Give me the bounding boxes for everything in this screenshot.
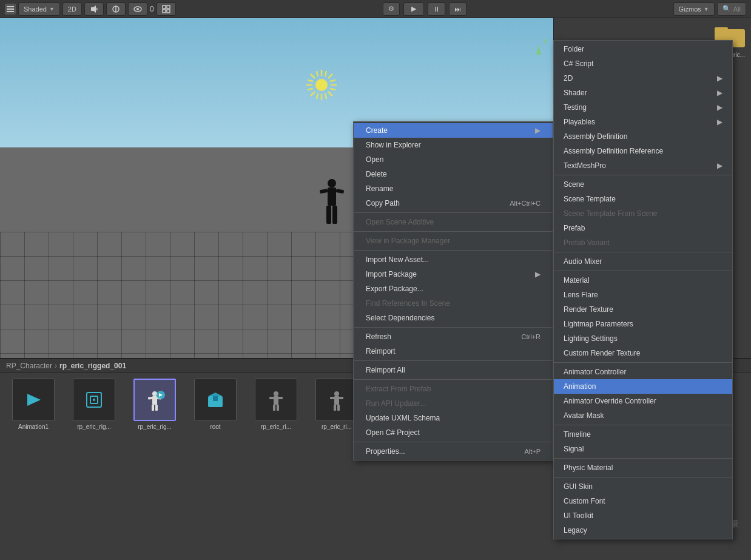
svg-rect-60: [334, 396, 339, 405]
ctx-r-legacy[interactable]: Legacy: [554, 523, 732, 538]
svg-rect-1: [7, 8, 14, 10]
breadcrumb-root[interactable]: RP_Character: [6, 362, 52, 370]
ctx-r-prefab[interactable]: Prefab: [554, 221, 732, 235]
svg-line-27: [317, 93, 318, 99]
search-bar[interactable]: 🔍 All: [717, 2, 746, 16]
asset-item-prefab1[interactable]: rp_eric_rig...: [67, 379, 121, 430]
asset-item-char1[interactable]: rp_eric_ri...: [249, 379, 303, 430]
svg-rect-31: [320, 189, 328, 194]
main-toolbar: Shaded ▼ 2D 0 ⚙ ▶ ⏸ ⏭ Gizmos ▼ 🔍 All: [0, 0, 751, 18]
ctx-r-lens-flare[interactable]: Lens Flare: [554, 288, 732, 302]
ctx-create[interactable]: Create ▶: [354, 123, 553, 138]
hidden-objects-toggle[interactable]: [128, 2, 147, 16]
2d-mode-button[interactable]: 2D: [62, 2, 82, 16]
svg-rect-2: [7, 11, 14, 12]
asset-item-root[interactable]: root: [188, 379, 243, 430]
ctx-copy-path[interactable]: Copy Path Alt+Ctrl+C: [354, 196, 553, 211]
ctx-r-assembly-def-ref[interactable]: Assembly Definition Reference: [554, 144, 732, 158]
ctx-r-textmeshpro[interactable]: TextMeshPro ▶: [554, 158, 732, 173]
sun-icon: [303, 67, 340, 103]
svg-rect-55: [269, 397, 274, 399]
ctx-reimport[interactable]: Reimport: [354, 344, 553, 359]
ctx-rename[interactable]: Rename: [354, 181, 553, 196]
shader-arrow-icon: ▶: [717, 89, 722, 97]
svg-rect-0: [7, 6, 14, 7]
audio-toggle[interactable]: [84, 2, 104, 16]
gizmos-dropdown[interactable]: Gizmos ▼: [673, 2, 715, 16]
asset-item-animation1[interactable]: Animation1: [6, 379, 61, 430]
play-button[interactable]: ▶: [403, 2, 424, 16]
right-tools: Gizmos ▼ 🔍 All: [673, 2, 746, 16]
ctx-refresh[interactable]: Refresh Ctrl+R: [354, 329, 553, 344]
hamburger-menu[interactable]: [5, 4, 16, 15]
ctx-r-testing[interactable]: Testing ▶: [554, 100, 732, 115]
ctx-open-scene-additive: Open Scene Additive: [354, 215, 553, 229]
svg-point-7: [136, 8, 139, 10]
ctx-r-animation[interactable]: Animation: [554, 379, 732, 394]
ctx-r-shader[interactable]: Shader ▶: [554, 86, 732, 100]
ctx-r-assembly-def[interactable]: Assembly Definition: [554, 129, 732, 144]
svg-marker-3: [91, 5, 96, 13]
grid-toggle[interactable]: [157, 2, 176, 16]
svg-marker-51: [208, 393, 223, 396]
context-menu-left: Create ▶ Show in Explorer Open Delete Re…: [353, 121, 553, 460]
svg-line-21: [317, 71, 318, 76]
svg-point-12: [315, 79, 328, 91]
ctx-reimport-all[interactable]: Reimport All: [354, 363, 553, 377]
ctx-r-avatar-mask[interactable]: Avatar Mask: [554, 408, 732, 423]
pause-button[interactable]: ⏸: [428, 2, 445, 16]
ctx-r-2d[interactable]: 2D ▶: [554, 71, 732, 86]
asset-item-fbx-selected[interactable]: rp_eric_rig...: [127, 379, 182, 430]
gizmos-arrow-icon: ▼: [704, 6, 709, 12]
svg-rect-57: [273, 405, 275, 411]
ctx-r-folder[interactable]: Folder: [554, 42, 732, 56]
character-silhouette: [317, 178, 347, 239]
ctx-r-gui-skin[interactable]: GUI Skin: [554, 479, 732, 494]
svg-rect-11: [167, 10, 170, 13]
ctx-r-timeline[interactable]: Timeline: [554, 427, 732, 442]
ctx-run-api-updater: Run API Updater...: [354, 396, 553, 411]
ctx-properties[interactable]: Properties... Alt+P: [354, 444, 553, 459]
ctx-r-ui-toolkit[interactable]: UI Toolkit: [554, 508, 732, 523]
ctx-r-custom-font[interactable]: Custom Font: [554, 494, 732, 508]
ctx-open[interactable]: Open: [354, 152, 553, 167]
ctx-r-animator-controller[interactable]: Animator Controller: [554, 365, 732, 379]
ctx-sep-7: [354, 442, 553, 442]
ctx-open-csharp[interactable]: Open C# Project: [354, 425, 553, 440]
ctx-r-sep-2: [554, 252, 732, 252]
ctx-r-lightmap-params[interactable]: Lightmap Parameters: [554, 317, 732, 331]
effects-toggle[interactable]: [106, 2, 126, 16]
ctx-r-csharp[interactable]: C# Script: [554, 56, 732, 71]
svg-line-28: [325, 93, 326, 99]
ctx-r-material[interactable]: Material: [554, 273, 732, 288]
ctx-export-package[interactable]: Export Package...: [354, 282, 553, 296]
tools-icon-btn[interactable]: ⚙: [383, 2, 400, 16]
svg-line-25: [330, 80, 335, 81]
svg-rect-64: [337, 405, 340, 411]
svg-rect-30: [328, 187, 336, 206]
ctx-r-render-texture[interactable]: Render Texture: [554, 302, 732, 317]
step-button[interactable]: ⏭: [449, 2, 466, 16]
ctx-r-lighting-settings[interactable]: Lighting Settings: [554, 331, 732, 346]
ctx-r-animator-override[interactable]: Animator Override Controller: [554, 394, 732, 408]
svg-line-22: [325, 71, 326, 76]
ctx-r-audio-mixer[interactable]: Audio Mixer: [554, 254, 732, 269]
ctx-r-scene[interactable]: Scene: [554, 177, 732, 192]
ctx-select-dependencies[interactable]: Select Dependencies: [354, 311, 553, 325]
ctx-delete[interactable]: Delete: [354, 167, 553, 181]
ctx-r-playables[interactable]: Playables ▶: [554, 115, 732, 129]
ctx-import-package[interactable]: Import Package ▶: [354, 267, 553, 282]
ctx-r-scene-template[interactable]: Scene Template: [554, 192, 732, 206]
asset-label: rp_eric_rig...: [138, 423, 172, 430]
asset-label: rp_eric_rig...: [77, 423, 111, 430]
ctx-update-uxml[interactable]: Update UXML Schema: [354, 411, 553, 425]
2d-arrow-icon: ▶: [717, 74, 722, 83]
ctx-import-new-asset[interactable]: Import New Asset...: [354, 252, 553, 267]
ctx-view-package-manager: View in Package Manager: [354, 234, 553, 248]
shading-mode-dropdown[interactable]: Shaded ▼: [18, 2, 60, 16]
svg-line-19: [328, 74, 332, 78]
ctx-r-custom-render-texture[interactable]: Custom Render Texture: [554, 346, 732, 360]
ctx-show-explorer[interactable]: Show in Explorer: [354, 138, 553, 152]
ctx-r-signal[interactable]: Signal: [554, 442, 732, 456]
ctx-r-physic-material[interactable]: Physic Material: [554, 460, 732, 475]
